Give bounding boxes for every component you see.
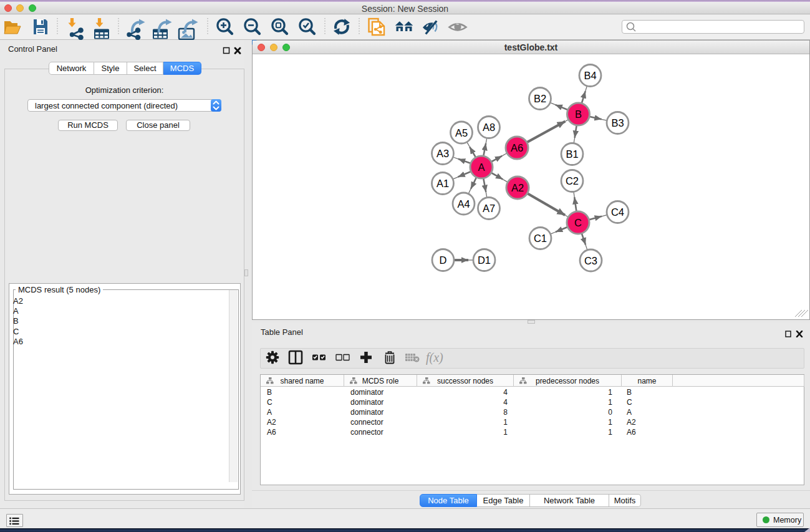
svg-text:D1: D1 [478,254,491,266]
svg-text:D: D [440,254,447,266]
svg-text:C1: C1 [534,233,547,244]
svg-text:C3: C3 [584,255,597,266]
svg-text:A3: A3 [436,148,449,159]
svg-text:A: A [478,162,485,173]
svg-text:A6: A6 [511,142,523,153]
svg-text:B2: B2 [534,93,546,104]
svg-text:A1: A1 [436,178,449,189]
svg-text:B: B [575,109,582,120]
svg-text:B1: B1 [566,148,578,160]
svg-text:C4: C4 [611,206,624,218]
svg-text:f(x): f(x) [426,351,443,365]
svg-text:A7: A7 [483,203,495,214]
svg-text:B4: B4 [584,70,596,81]
svg-text:C: C [574,217,582,228]
svg-text:A4: A4 [457,198,470,210]
svg-text:A8: A8 [483,122,495,133]
svg-text:A2: A2 [511,182,524,193]
svg-text:A5: A5 [455,127,468,138]
svg-text:B3: B3 [611,117,624,128]
svg-text:C2: C2 [566,175,579,186]
